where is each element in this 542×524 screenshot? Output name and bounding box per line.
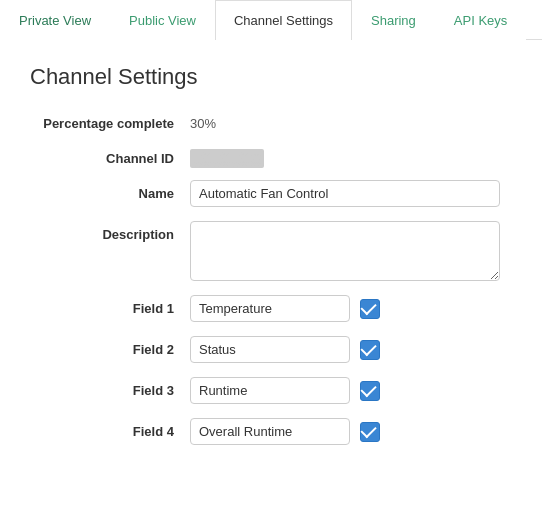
channel-id-masked: ▓▓▓▓▓▓▓ bbox=[190, 149, 264, 168]
field-checkbox-wrapper-2[interactable] bbox=[360, 340, 380, 360]
tab-api-keys[interactable]: API Keys bbox=[435, 0, 526, 40]
description-label: Description bbox=[30, 221, 190, 242]
field-input-1[interactable] bbox=[190, 295, 350, 322]
tab-private-view[interactable]: Private View bbox=[0, 0, 110, 40]
description-row: Description bbox=[30, 221, 512, 281]
field-row-2: Field 2 bbox=[30, 336, 512, 363]
percentage-complete-label: Percentage complete bbox=[30, 110, 190, 131]
field-row-4: Field 4 bbox=[30, 418, 512, 445]
field-input-group-4 bbox=[190, 418, 380, 445]
channel-id-row: Channel ID ▓▓▓▓▓▓▓ bbox=[30, 145, 512, 166]
field-checkbox-4[interactable] bbox=[360, 422, 380, 442]
field-row-3: Field 3 bbox=[30, 377, 512, 404]
name-row: Name bbox=[30, 180, 512, 207]
fields-container: Field 1 Field 2 Field 3 bbox=[30, 295, 512, 445]
name-label: Name bbox=[30, 180, 190, 201]
field-input-4[interactable] bbox=[190, 418, 350, 445]
field-label-4: Field 4 bbox=[30, 418, 190, 439]
field-label-2: Field 2 bbox=[30, 336, 190, 357]
field-checkbox-wrapper-4[interactable] bbox=[360, 422, 380, 442]
tab-public-view[interactable]: Public View bbox=[110, 0, 215, 40]
field-input-3[interactable] bbox=[190, 377, 350, 404]
percentage-complete-value: 30% bbox=[190, 110, 216, 131]
tab-channel-settings[interactable]: Channel Settings bbox=[215, 0, 352, 40]
field-input-2[interactable] bbox=[190, 336, 350, 363]
channel-id-label: Channel ID bbox=[30, 145, 190, 166]
main-content: Channel Settings Percentage complete 30%… bbox=[0, 40, 542, 483]
channel-id-value: ▓▓▓▓▓▓▓ bbox=[190, 145, 264, 166]
tab-sharing[interactable]: Sharing bbox=[352, 0, 435, 40]
field-checkbox-3[interactable] bbox=[360, 381, 380, 401]
page-title: Channel Settings bbox=[30, 64, 512, 90]
field-checkbox-1[interactable] bbox=[360, 299, 380, 319]
field-input-group-3 bbox=[190, 377, 380, 404]
tab-bar: Private View Public View Channel Setting… bbox=[0, 0, 542, 40]
name-input[interactable] bbox=[190, 180, 500, 207]
field-input-group-2 bbox=[190, 336, 380, 363]
percentage-complete-row: Percentage complete 30% bbox=[30, 110, 512, 131]
field-input-group-1 bbox=[190, 295, 380, 322]
field-row-1: Field 1 bbox=[30, 295, 512, 322]
field-checkbox-2[interactable] bbox=[360, 340, 380, 360]
field-label-3: Field 3 bbox=[30, 377, 190, 398]
field-checkbox-wrapper-1[interactable] bbox=[360, 299, 380, 319]
description-textarea[interactable] bbox=[190, 221, 500, 281]
field-label-1: Field 1 bbox=[30, 295, 190, 316]
field-checkbox-wrapper-3[interactable] bbox=[360, 381, 380, 401]
